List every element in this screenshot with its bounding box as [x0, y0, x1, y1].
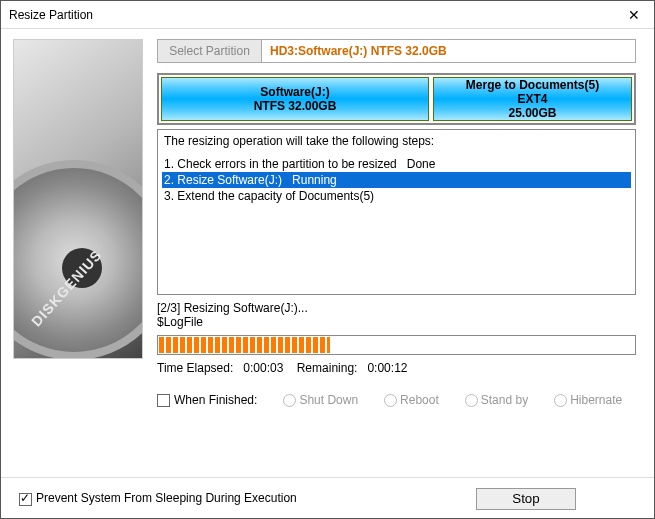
radio-hibernate: Hibernate — [554, 393, 622, 407]
partition-target-name: Merge to Documents(5) — [434, 78, 631, 92]
radio-reboot: Reboot — [384, 393, 439, 407]
step-1-status: Done — [397, 157, 436, 171]
prevent-sleep-label: Prevent System From Sleeping During Exec… — [36, 491, 297, 505]
status-line-2: $LogFile — [157, 315, 636, 329]
partition-source[interactable]: Software(J:) NTFS 32.00GB — [161, 77, 429, 121]
step-1-text: 1. Check errors in the partition to be r… — [164, 157, 397, 171]
stop-button[interactable]: Stop — [476, 488, 576, 510]
partition-path: HD3:Software(J:) NTFS 32.0GB — [262, 40, 635, 62]
partition-source-name: Software(J:) — [162, 85, 428, 99]
step-2-status: Running — [282, 173, 337, 187]
when-finished-label: When Finished: — [174, 393, 257, 407]
time-remaining-label: Remaining: — [297, 361, 358, 375]
when-finished-row: When Finished: Shut Down Reboot Stand by… — [157, 393, 636, 407]
step-row-3: 3. Extend the capacity of Documents(5) — [162, 188, 631, 204]
radio-icon — [283, 394, 296, 407]
steps-title: The resizing operation will take the fol… — [162, 132, 631, 156]
disk-graphic — [13, 160, 143, 359]
select-partition-tab[interactable]: Select Partition — [158, 40, 262, 62]
titlebar: Resize Partition ✕ — [1, 1, 654, 29]
steps-box: The resizing operation will take the fol… — [157, 129, 636, 295]
step-3-text: 3. Extend the capacity of Documents(5) — [164, 189, 374, 203]
radio-shutdown: Shut Down — [283, 393, 358, 407]
progress-fill — [159, 337, 330, 353]
radio-icon — [465, 394, 478, 407]
partition-bar: Software(J:) NTFS 32.00GB Merge to Docum… — [157, 73, 636, 125]
prevent-sleep-checkbox[interactable]: Prevent System From Sleeping During Exec… — [19, 491, 297, 505]
partition-target[interactable]: Merge to Documents(5) EXT4 25.00GB — [433, 77, 632, 121]
time-elapsed: 0:00:03 — [243, 361, 283, 375]
step-row-2: 2. Resize Software(J:) Running — [162, 172, 631, 188]
content-area: DISKGENIUS Select Partition HD3:Software… — [1, 29, 654, 477]
partition-target-size: 25.00GB — [434, 106, 631, 120]
time-remaining: 0:00:12 — [367, 361, 407, 375]
main-panel: Select Partition HD3:Software(J:) NTFS 3… — [143, 29, 654, 477]
checkbox-icon — [157, 394, 170, 407]
sidebar-illustration: DISKGENIUS — [13, 39, 143, 359]
step-row-1: 1. Check errors in the partition to be r… — [162, 156, 631, 172]
radio-standby: Stand by — [465, 393, 528, 407]
tab-row: Select Partition HD3:Software(J:) NTFS 3… — [157, 39, 636, 63]
window-title: Resize Partition — [9, 8, 93, 22]
status-lines: [2/3] Resizing Software(J:)... $LogFile — [157, 301, 636, 329]
when-finished-checkbox[interactable]: When Finished: — [157, 393, 257, 407]
radio-icon — [384, 394, 397, 407]
close-button[interactable]: ✕ — [614, 1, 654, 29]
checkbox-checked-icon — [19, 493, 32, 506]
partition-source-info: NTFS 32.00GB — [162, 99, 428, 113]
progress-bar — [157, 335, 636, 355]
status-line-1: [2/3] Resizing Software(J:)... — [157, 301, 636, 315]
radio-icon — [554, 394, 567, 407]
close-icon: ✕ — [628, 7, 640, 23]
bottom-bar: Prevent System From Sleeping During Exec… — [1, 477, 654, 519]
time-row: Time Elapsed: 0:00:03 Remaining: 0:00:12 — [157, 361, 636, 375]
partition-target-fs: EXT4 — [434, 92, 631, 106]
step-2-text: 2. Resize Software(J:) — [164, 173, 282, 187]
time-elapsed-label: Time Elapsed: — [157, 361, 233, 375]
